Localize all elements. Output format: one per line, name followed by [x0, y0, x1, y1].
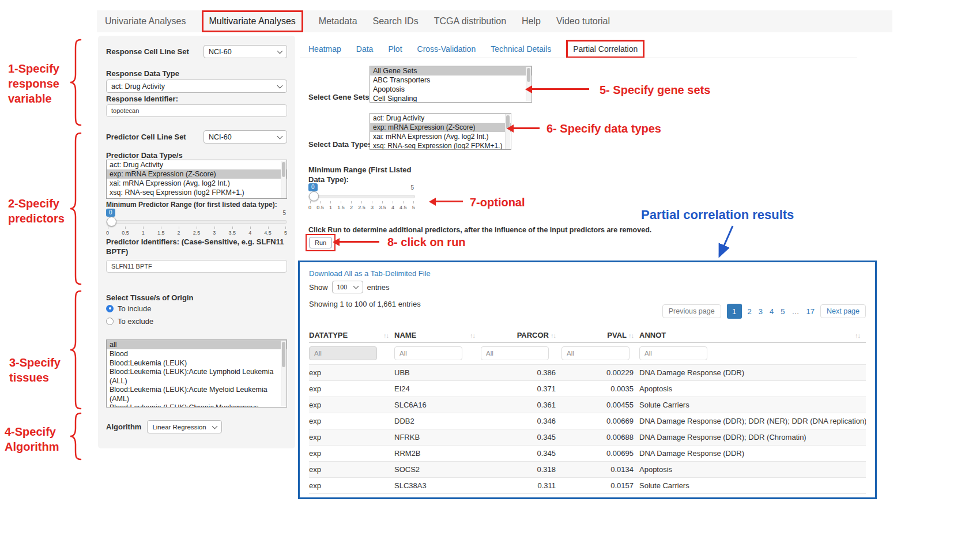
column-header-annot[interactable]: ANNOT↑↓ [639, 331, 866, 339]
option[interactable]: Blood [107, 349, 287, 358]
show-entries-value: 100 [337, 284, 348, 290]
tab-plot[interactable]: Plot [388, 44, 402, 54]
sort-icon[interactable]: ↑↓ [628, 332, 634, 339]
min-range-slider[interactable]: 0 5 00.511.522.533.544.55 [308, 183, 415, 210]
header-label: PVAL [607, 331, 627, 339]
slider-ticks: 00.511.522.533.544.55 [308, 201, 415, 210]
table-row[interactable]: exp RRM2B 0.345 0.00695 DNA Damage Respo… [309, 446, 866, 462]
tab-partial-correlation[interactable]: Partial Correlation [566, 40, 644, 58]
page-button-active[interactable]: 1 [727, 304, 742, 319]
gene-sets-select[interactable]: All Gene Sets ABC Transporters Apoptosis… [370, 66, 532, 103]
column-header-datatype[interactable]: DATATYPE↑↓ [309, 331, 394, 339]
scrollbar[interactable] [281, 341, 286, 406]
option[interactable]: act: Drug Activity [107, 160, 287, 169]
page-button[interactable]: 2 [748, 307, 752, 316]
filter-parcor-input[interactable] [481, 346, 549, 360]
scrollbar[interactable] [281, 161, 286, 198]
scrollbar[interactable] [526, 67, 531, 101]
cell-datatype: exp [309, 465, 394, 474]
sort-icon[interactable]: ↑↓ [855, 332, 860, 339]
tab-cross-validation[interactable]: Cross-Validation [417, 44, 476, 54]
option[interactable]: Blood:Leukemia (LEUK):Acute Lymphoid Leu… [107, 368, 287, 386]
tissues-select[interactable]: all Blood Blood:Leukemia (LEUK) Blood:Le… [106, 339, 287, 407]
slider-tick-label: 5 [284, 227, 287, 236]
run-button[interactable]: Run [309, 237, 332, 248]
predictor-cell-line-set-label: Predictor Cell Line Set [106, 133, 186, 141]
page-button[interactable]: … [792, 307, 800, 316]
tab-technical-details[interactable]: Technical Details [491, 44, 551, 54]
option[interactable]: xsq: RNA-seq Expression (log2 FPKM+1.) [107, 188, 287, 197]
predictor-data-types-select[interactable]: act: Drug Activity exp: mRNA Expression … [106, 160, 287, 199]
annotation-results-title: Partial correlation results [641, 207, 794, 222]
table-row[interactable]: exp SLC38A3 0.311 0.0157 Solute Carriers [309, 478, 866, 494]
next-page-button[interactable]: Next page [820, 304, 866, 318]
option-selected[interactable]: all [107, 340, 287, 349]
nav-tcga-distribution[interactable]: TCGA distribution [434, 16, 506, 27]
column-header-parcor[interactable]: PARCOR↑↓ [481, 331, 561, 339]
column-header-name[interactable]: NAME↑↓ [394, 331, 481, 339]
response-identifier-input[interactable] [106, 104, 287, 117]
filter-datatype-input[interactable] [309, 346, 377, 360]
table-row[interactable]: exp SLC6A16 0.361 0.00455 Solute Carrier… [309, 397, 866, 413]
predictor-identifiers-input[interactable] [106, 260, 287, 273]
download-link[interactable]: Download All as a Tab-Delimited File [309, 269, 866, 278]
min-predictor-range-slider[interactable]: 0 5 00.511.522.533.544.55 [106, 209, 287, 235]
option[interactable]: Apoptosis [370, 85, 532, 94]
option[interactable]: xai: mRNA Expression (Avg. log2 Int.) [107, 179, 287, 188]
slider-max-label: 5 [410, 184, 414, 191]
response-cell-line-set-select[interactable]: NCI-60 [203, 45, 287, 58]
option[interactable]: xsq: RNA-seq Expression (log2 FPKM+1.) [370, 141, 511, 150]
cell-datatype: exp [309, 417, 394, 425]
slider-handle[interactable] [309, 191, 319, 201]
option[interactable]: act: Drug Activity [370, 114, 511, 123]
annotation-step2: 2-Specify predictors [8, 196, 71, 226]
sort-icon[interactable]: ↑↓ [470, 332, 475, 339]
filter-annot-input[interactable] [639, 346, 707, 360]
option-selected[interactable]: All Gene Sets [370, 66, 532, 76]
slider-track[interactable] [106, 220, 287, 224]
sort-icon[interactable]: ↑↓ [383, 332, 389, 339]
cell-name: SLC38A3 [394, 481, 481, 490]
option[interactable]: xai: mRNA Expression (Avg. log2 Int.) [370, 132, 511, 141]
predictor-cell-line-set-select[interactable]: NCI-60 [203, 130, 287, 144]
nav-video-tutorial[interactable]: Video tutorial [556, 16, 610, 27]
nav-multivariate-analyses[interactable]: Multivariate Analyses [202, 10, 303, 32]
option-selected[interactable]: exp: mRNA Expression (Z-Score) [370, 123, 511, 132]
slider-track[interactable] [308, 195, 415, 198]
page-button[interactable]: 4 [770, 307, 774, 316]
table-row[interactable]: exp DDB2 0.346 0.00669 DNA Damage Respon… [309, 413, 866, 429]
column-header-pval[interactable]: PVAL↑↓ [561, 331, 639, 339]
show-entries-select[interactable]: 100 [332, 281, 363, 293]
radio-to-include[interactable]: To include [106, 304, 287, 313]
page-button[interactable]: 5 [781, 307, 785, 316]
nav-search-ids[interactable]: Search IDs [373, 16, 419, 27]
previous-page-button[interactable]: Previous page [662, 304, 721, 318]
option[interactable]: Cell Signaling [370, 94, 532, 103]
option[interactable]: Blood:Leukemia (LEUK):Chronic Myelogenou… [107, 403, 287, 407]
page-button[interactable]: 3 [759, 307, 763, 316]
page-button[interactable]: 17 [806, 307, 815, 316]
option[interactable]: Blood:Leukemia (LEUK):Acute Myeloid Leuk… [107, 386, 287, 403]
radio-to-exclude[interactable]: To exclude [106, 316, 287, 326]
table-row[interactable]: exp SOCS2 0.318 0.0134 Apoptosis [309, 462, 866, 478]
response-data-type-select[interactable]: act: Drug Activity [106, 80, 287, 93]
predictor-identifiers-label: Predictor Identifiers: (Case-Sensitive, … [106, 237, 287, 256]
slider-handle[interactable] [107, 217, 116, 227]
algorithm-select[interactable]: Linear Regression [147, 420, 222, 433]
filter-pval-input[interactable] [561, 346, 630, 360]
option[interactable]: ABC Transporters [370, 76, 532, 85]
nav-univariate-analyses[interactable]: Univariate Analyses [105, 16, 186, 27]
table-row[interactable]: exp UBB 0.386 0.00229 DNA Damage Respons… [309, 365, 866, 381]
nav-metadata[interactable]: Metadata [319, 16, 357, 27]
nav-help[interactable]: Help [522, 16, 541, 27]
tab-data[interactable]: Data [356, 44, 374, 54]
filter-name-input[interactable] [394, 346, 462, 360]
sort-icon[interactable]: ↑↓ [551, 332, 556, 339]
table-row[interactable]: exp NFRKB 0.345 0.00688 DNA Damage Respo… [309, 429, 866, 446]
option[interactable]: Blood:Leukemia (LEUK) [107, 358, 287, 368]
option-selected[interactable]: exp: mRNA Expression (Z-Score) [107, 169, 287, 179]
data-types-select[interactable]: act: Drug Activity exp: mRNA Expression … [370, 113, 511, 150]
slider-tick-label: 2.5 [358, 201, 365, 210]
tab-heatmap[interactable]: Heatmap [308, 44, 341, 54]
table-row[interactable]: exp EI24 0.371 0.0035 Apoptosis [309, 381, 866, 397]
